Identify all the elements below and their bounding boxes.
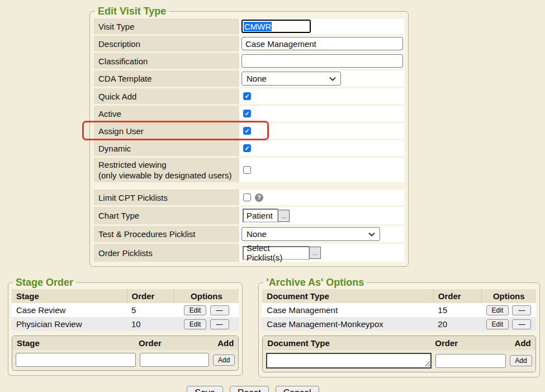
visit-type-selected-text: CMWR	[244, 22, 272, 31]
new-archive-order-input[interactable]	[435, 354, 506, 368]
dynamic-label: Dynamic	[94, 140, 239, 156]
restricted-viewing-checkbox[interactable]	[243, 166, 251, 174]
order-cell: 20	[433, 317, 481, 331]
archive-add-box: Document Type Order Add Add	[262, 336, 535, 372]
table-row: Case Management 15 Edit —	[262, 303, 535, 317]
assign-user-row: Assign User	[94, 123, 404, 139]
classification-input[interactable]	[241, 54, 403, 68]
add-column-header: Add	[217, 338, 234, 348]
archive-as-table: Document Type Order Options Case Managem…	[262, 289, 535, 331]
stage-column-header: Stage	[12, 289, 127, 303]
document-type-column-header: Document Type	[262, 289, 433, 303]
chevron-down-icon	[329, 77, 336, 81]
restricted-viewing-sublabel: (only viewable by designated users)	[98, 170, 238, 181]
edit-button[interactable]: Edit	[486, 305, 509, 315]
chart-type-row: Chart Type Patient ...	[94, 207, 404, 224]
stage-order-legend: Stage Order	[13, 277, 76, 289]
new-document-type-textarea[interactable]	[266, 353, 432, 369]
archive-as-panel: 'Archive As' Options Document Type Order…	[258, 277, 539, 377]
visit-type-row: Visit Type CMWR	[94, 18, 404, 34]
options-column-header: Options	[174, 289, 239, 303]
stage-cell: Physician Review	[12, 317, 127, 331]
chevron-down-icon	[368, 232, 375, 237]
chart-type-browse-button[interactable]: ...	[278, 210, 290, 222]
remove-button[interactable]: —	[210, 305, 229, 315]
dynamic-checkbox[interactable]	[243, 144, 251, 152]
description-label: Description	[94, 36, 239, 51]
options-column-header: Options	[481, 289, 535, 303]
edit-visit-type-legend: Edit Visit Type	[95, 6, 169, 17]
stage-order-panel: Stage Order Stage Order Options Case Rev…	[8, 277, 243, 376]
stage-order-table: Stage Order Options Case Review 5 Edit —…	[12, 289, 239, 331]
add-archive-button[interactable]: Add	[510, 355, 532, 366]
order-picklists-input[interactable]: Select Picklist(s)	[243, 246, 310, 260]
table-row: Case Review 5 Edit —	[12, 303, 239, 317]
assign-user-label: Assign User	[94, 123, 239, 139]
stage-cell: Case Review	[12, 303, 127, 317]
active-checkbox[interactable]	[243, 110, 251, 117]
quick-add-label: Quick Add	[94, 88, 239, 104]
limit-cpt-label: Limit CPT Picklists	[94, 190, 239, 205]
description-input[interactable]	[241, 37, 403, 50]
remove-button[interactable]: —	[210, 319, 229, 329]
edit-visit-type-form: Visit Type CMWR Description Classificati…	[94, 18, 404, 262]
limit-cpt-checkbox[interactable]	[243, 193, 251, 201]
classification-label: Classification	[94, 53, 239, 69]
remove-button[interactable]: —	[512, 305, 531, 315]
test-procedures-select[interactable]: None	[241, 227, 380, 241]
add-document-type-header: Document Type	[267, 338, 435, 348]
chart-type-input[interactable]: Patient	[243, 209, 278, 223]
edit-visit-type-panel: Edit Visit Type Visit Type CMWR Descript…	[89, 6, 409, 267]
cancel-button[interactable]: Cancel	[276, 386, 319, 392]
document-type-cell: Case Management-Monkeypox	[262, 317, 433, 331]
table-row: Physician Review 10 Edit —	[12, 317, 239, 331]
row-spacer	[94, 184, 404, 188]
active-row: Active	[94, 106, 404, 121]
add-stage-button[interactable]: Add	[213, 355, 235, 366]
order-picklists-label: Order Picklists	[94, 244, 239, 262]
dynamic-row: Dynamic	[94, 140, 404, 156]
quick-add-checkbox[interactable]	[243, 92, 251, 100]
cda-template-row: CDA Template None	[94, 70, 404, 87]
edit-button[interactable]: Edit	[486, 319, 509, 329]
add-order-header: Order	[435, 338, 514, 348]
save-button[interactable]: Save	[187, 386, 222, 392]
classification-row: Classification	[94, 53, 404, 69]
assign-user-checkbox[interactable]	[243, 127, 251, 135]
active-label: Active	[94, 106, 239, 121]
archive-as-legend: 'Archive As' Options	[263, 277, 367, 289]
test-procedures-label: Test & Procedures Picklist	[94, 226, 239, 242]
bottom-panels: Stage Order Stage Order Options Case Rev…	[8, 277, 545, 377]
visit-type-input[interactable]: CMWR	[241, 20, 311, 33]
order-column-header: Order	[127, 289, 174, 303]
test-procedures-row: Test & Procedures Picklist None	[94, 226, 404, 242]
chart-type-value: Patient	[247, 211, 273, 220]
help-icon[interactable]: ?	[255, 193, 263, 202]
description-row: Description	[94, 36, 404, 51]
new-stage-input[interactable]	[16, 353, 136, 367]
cda-template-label: CDA Template	[94, 70, 239, 87]
document-type-cell: Case Management	[262, 303, 433, 317]
cda-template-select[interactable]: None	[241, 72, 341, 86]
quick-add-row: Quick Add	[94, 88, 404, 104]
reset-button[interactable]: Reset	[230, 386, 269, 392]
order-cell: 5	[127, 303, 174, 317]
order-cell: 10	[127, 317, 174, 331]
resize-grip-icon[interactable]	[424, 361, 430, 366]
restricted-viewing-label: Restricted viewing	[98, 159, 238, 170]
order-picklists-browse-button[interactable]: ...	[309, 247, 321, 259]
remove-button[interactable]: —	[512, 319, 531, 329]
test-procedures-selected-value: None	[247, 229, 267, 239]
new-stage-order-input[interactable]	[140, 353, 209, 367]
add-order-header: Order	[139, 338, 217, 348]
order-cell: 15	[433, 303, 481, 317]
add-stage-header: Stage	[17, 338, 139, 348]
order-picklists-value: Select Picklist(s)	[247, 243, 306, 262]
visit-type-label: Visit Type	[94, 18, 239, 34]
edit-button[interactable]: Edit	[184, 305, 207, 315]
table-row: Case Management-Monkeypox 20 Edit —	[262, 317, 535, 331]
footer-buttons: Save Reset Cancel	[0, 386, 545, 392]
add-column-header: Add	[515, 338, 531, 348]
edit-button[interactable]: Edit	[184, 319, 207, 329]
cda-template-selected-value: None	[247, 74, 267, 83]
